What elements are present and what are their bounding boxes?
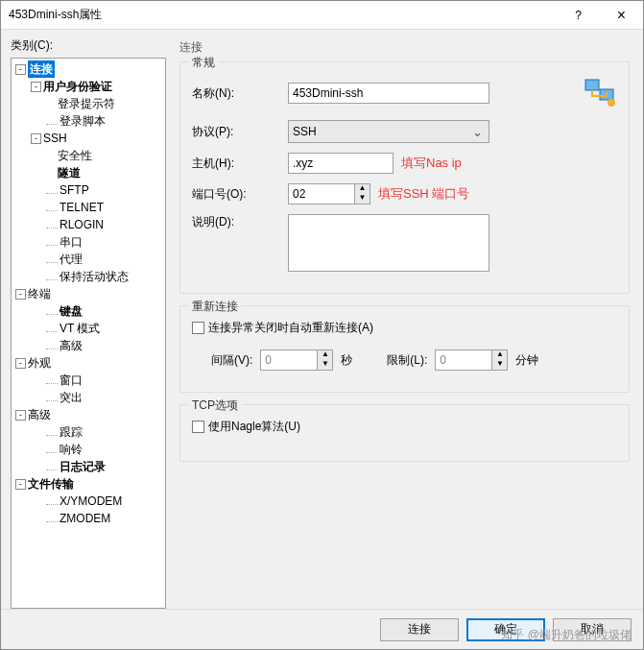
protocol-label: 协议(P): (192, 124, 288, 140)
tree-item-label: ZMODEM (60, 510, 110, 527)
tree-item-label: TELNET (60, 199, 104, 216)
tree-item-label: 键盘 (60, 302, 83, 320)
tree-connector (46, 255, 58, 263)
tree-connector (46, 273, 58, 280)
tree-item[interactable]: 响铃 (12, 441, 165, 458)
tree-item[interactable]: 键盘 (12, 302, 165, 320)
limit-stepper[interactable]: ▲▼ (435, 349, 508, 371)
tree-item[interactable]: 串口 (12, 233, 165, 251)
tree-item[interactable]: 窗口 (12, 372, 165, 389)
category-tree[interactable]: -连接-用户身份验证登录提示符登录脚本-SSH安全性隧道SFTPTELNETRL… (11, 58, 166, 609)
tree-item-label: 突出 (60, 389, 83, 406)
tree-item-label: 连接 (28, 60, 55, 78)
port-stepper[interactable]: ▲▼ (288, 183, 370, 205)
tree-item[interactable]: 跟踪 (12, 423, 165, 441)
tree-item[interactable]: X/YMODEM (12, 493, 165, 510)
general-group: 常规 名称(N): 协议(P): SSH 主机(H): 填写Nas ip (179, 61, 630, 294)
svg-point-2 (608, 99, 615, 107)
tree-connector (46, 342, 58, 349)
tree-item[interactable]: -SSH (12, 130, 165, 147)
properties-dialog: 453Dmini-ssh属性 ? × 类别(C): -连接-用户身份验证登录提示… (0, 0, 644, 650)
name-label: 名称(N): (192, 85, 288, 102)
name-input[interactable] (288, 83, 489, 104)
tree-item[interactable]: 隧道 (12, 164, 165, 181)
tree-item-label: RLOGIN (60, 216, 104, 233)
tree-twisty-icon[interactable]: - (15, 64, 26, 75)
reconnect-group: 重新连接 连接异常关闭时自动重新连接(A) 间隔(V): ▲▼ 秒 限制(L):… (179, 305, 630, 393)
tree-item-label: 登录提示符 (58, 95, 115, 112)
tree-twisty-icon[interactable]: - (31, 133, 41, 144)
tree-connector (46, 376, 58, 384)
titlebar: 453Dmini-ssh属性 ? × (1, 1, 643, 30)
tree-item[interactable]: 高级 (12, 337, 165, 354)
window-title: 453Dmini-ssh属性 (9, 7, 557, 23)
tree-item-label: SSH (43, 130, 67, 147)
tree-item-label: 跟踪 (60, 423, 83, 441)
tree-item[interactable]: RLOGIN (12, 216, 165, 233)
tree-twisty-icon[interactable]: - (15, 479, 26, 490)
port-input[interactable] (288, 183, 355, 205)
limit-input[interactable] (435, 349, 492, 371)
tree-item[interactable]: 登录提示符 (12, 95, 165, 112)
auto-reconnect-label: 连接异常关闭时自动重新连接(A) (208, 320, 373, 336)
tree-item[interactable]: 保持活动状态 (12, 268, 165, 285)
description-textarea[interactable] (288, 214, 489, 272)
tree-item[interactable]: TELNET (12, 199, 165, 216)
tree-item-label: 高级 (28, 406, 51, 423)
tree-item-label: X/YMODEM (60, 493, 122, 510)
cancel-button[interactable]: 取消 (553, 618, 632, 641)
tree-item[interactable]: ZMODEM (12, 510, 165, 527)
ok-button[interactable]: 确定 (466, 618, 545, 641)
close-button[interactable]: × (600, 1, 643, 30)
tree-twisty-icon[interactable]: - (15, 358, 26, 369)
tree-item[interactable]: SFTP (12, 181, 165, 199)
tree-connector (46, 221, 58, 229)
network-icon (583, 76, 617, 110)
limit-label: 限制(L): (387, 352, 427, 369)
tree-item[interactable]: -用户身份验证 (12, 78, 165, 95)
tree-item-label: 代理 (60, 251, 83, 268)
general-legend: 常规 (188, 55, 219, 71)
connect-button[interactable]: 连接 (380, 618, 459, 641)
nagle-checkbox[interactable] (192, 421, 204, 433)
tree-connector (46, 445, 58, 453)
tree-item-label: 安全性 (58, 147, 92, 164)
tree-connector (46, 186, 58, 194)
port-annotation: 填写SSH 端口号 (378, 185, 469, 203)
panel-title: 连接 (176, 37, 633, 61)
nagle-label: 使用Nagle算法(U) (208, 419, 300, 435)
tree-item[interactable]: -连接 (12, 60, 165, 78)
tree-twisty-icon[interactable]: - (15, 410, 26, 421)
tree-item-label: 窗口 (60, 372, 83, 389)
tree-item[interactable]: 突出 (12, 389, 165, 406)
tree-connector (46, 204, 58, 211)
auto-reconnect-checkbox[interactable] (192, 322, 204, 334)
host-input[interactable] (288, 153, 394, 174)
tree-connector (46, 238, 58, 246)
tree-connector (46, 428, 58, 436)
reconnect-legend: 重新连接 (188, 299, 242, 315)
close-icon: × (617, 7, 626, 24)
protocol-select[interactable]: SSH (288, 120, 489, 143)
tree-item[interactable]: -终端 (12, 285, 165, 302)
tree-item[interactable]: 日志记录 (12, 458, 165, 475)
tree-item[interactable]: -文件传输 (12, 475, 165, 493)
tree-item[interactable]: -高级 (12, 406, 165, 423)
tree-item[interactable]: VT 模式 (12, 320, 165, 337)
tree-item[interactable]: -外观 (12, 354, 165, 372)
help-button[interactable]: ? (557, 1, 600, 30)
tree-item[interactable]: 代理 (12, 251, 165, 268)
tree-connector (46, 463, 58, 470)
spin-arrows[interactable]: ▲▼ (355, 183, 370, 205)
tree-connector (46, 307, 58, 315)
svg-rect-0 (585, 80, 599, 90)
interval-input[interactable] (260, 349, 318, 371)
tree-item[interactable]: 登录脚本 (12, 112, 165, 130)
interval-stepper[interactable]: ▲▼ (260, 349, 333, 371)
tree-item-label: 登录脚本 (60, 112, 106, 130)
help-icon: ? (575, 9, 582, 22)
tree-twisty-icon[interactable]: - (15, 289, 26, 300)
tree-item[interactable]: 安全性 (12, 147, 165, 164)
tree-twisty-icon[interactable]: - (31, 82, 41, 92)
dialog-footer: 连接 确定 取消 (1, 609, 643, 649)
